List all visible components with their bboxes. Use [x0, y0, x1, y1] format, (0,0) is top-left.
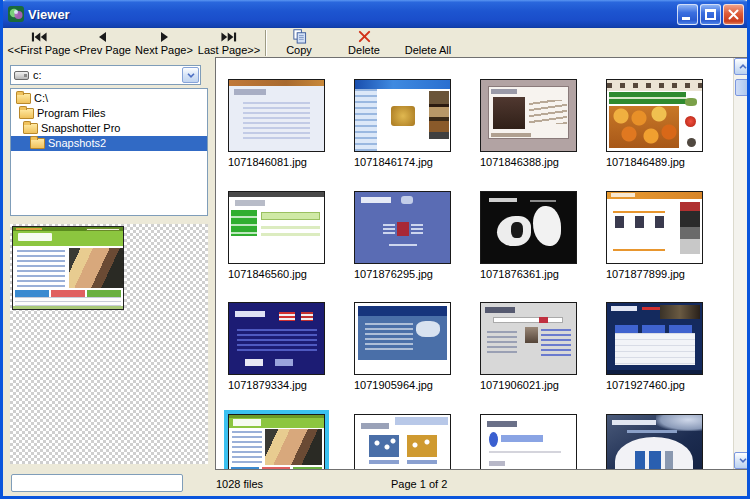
file-count: 1028 files [216, 478, 263, 490]
preview-image [12, 226, 124, 310]
prev-page-button[interactable]: <Prev Page [73, 29, 131, 57]
next-page-button[interactable]: Next Page> [133, 29, 195, 57]
thumbnail-cell: 1071905964.jpg [354, 302, 454, 391]
tree-item-c-drive[interactable]: C:\ [11, 91, 207, 106]
minimize-button[interactable] [677, 4, 698, 25]
thumbnail-cell: 1071846081.jpg [228, 79, 328, 168]
scroll-down-button[interactable] [734, 452, 750, 469]
thumbnail-image[interactable] [606, 302, 703, 375]
status-bar: 1028 files Page 1 of 2 [3, 470, 747, 496]
chevron-down-icon [187, 73, 195, 78]
vertical-scrollbar[interactable] [733, 58, 750, 469]
chevron-down-icon [739, 458, 747, 463]
thumbnail-image[interactable] [228, 191, 325, 264]
last-page-button[interactable]: Last Page>> [196, 29, 262, 57]
thumbnail-image[interactable] [480, 302, 577, 375]
thumbnail-image[interactable] [228, 79, 325, 152]
thumbnail-image[interactable] [606, 414, 703, 469]
thumbnail-image-selected[interactable] [228, 414, 325, 469]
thumbnail-image[interactable] [354, 79, 451, 152]
thumbnail-cell [228, 414, 328, 469]
thumbnail-image[interactable] [354, 302, 451, 375]
thumbnail-filename: 1071905964.jpg [354, 379, 454, 391]
thumbnail-filename: 1071906021.jpg [480, 379, 580, 391]
thumbnail-cell: 1071879334.jpg [228, 302, 328, 391]
status-textbox[interactable] [11, 474, 183, 492]
thumbnail-cell [606, 414, 706, 469]
thumbnail-filename: 1071846489.jpg [606, 156, 706, 168]
close-button[interactable] [723, 4, 744, 25]
thumbnail-filename: 1071846388.jpg [480, 156, 580, 168]
thumbnail-filename: 1071846560.jpg [228, 268, 328, 280]
thumbnail-image[interactable] [480, 191, 577, 264]
preview-pane [10, 224, 208, 464]
thumbnail-cell [480, 414, 580, 469]
folder-tree: C:\ Program Files Snapshotter Pro Snapsh… [10, 88, 208, 216]
app-icon [8, 6, 24, 22]
drive-selector[interactable]: c: [10, 65, 201, 85]
thumbnail-cell [354, 414, 454, 469]
open-folder-icon [30, 138, 45, 149]
tree-item-snapshots2[interactable]: Snapshots2 [11, 136, 207, 151]
close-icon [727, 8, 740, 21]
toolbar: <<First Page <Prev Page Next Page> Last … [3, 28, 747, 58]
drive-value: c: [33, 69, 42, 81]
viewer-window: Viewer <<First Page <Prev Page Next Page… [0, 0, 750, 499]
thumbnail-filename: 1071846081.jpg [228, 156, 328, 168]
thumbnail-filename: 1071877899.jpg [606, 268, 706, 280]
thumbnail-filename: 1071879334.jpg [228, 379, 328, 391]
folder-icon [19, 108, 34, 119]
thumbnail-filename: 1071927460.jpg [606, 379, 706, 391]
thumbnail-image[interactable] [354, 191, 451, 264]
chevron-up-icon [739, 64, 747, 69]
copy-icon [271, 29, 327, 44]
tree-item-program-files[interactable]: Program Files [11, 106, 207, 121]
toolbar-separator [265, 30, 267, 56]
delete-icon [335, 29, 393, 44]
thumbnail-image[interactable] [354, 414, 451, 469]
tree-item-snapshotter-pro[interactable]: Snapshotter Pro [11, 121, 207, 136]
maximize-button[interactable] [700, 4, 721, 25]
thumbnail-cell: 1071876295.jpg [354, 191, 454, 280]
window-title: Viewer [28, 7, 675, 22]
thumbnail-cell: 1071846174.jpg [354, 79, 454, 168]
last-page-icon [196, 29, 262, 44]
delete-button[interactable]: Delete [335, 29, 393, 57]
thumbnail-image[interactable] [606, 79, 703, 152]
thumbnail-filename: 1071876295.jpg [354, 268, 454, 280]
thumbnail-cell: 1071906021.jpg [480, 302, 580, 391]
prev-page-icon [73, 29, 131, 44]
thumbnail-cell: 1071846388.jpg [480, 79, 580, 168]
scroll-up-button[interactable] [734, 58, 750, 75]
thumbnail-panel: 1071846081.jpg 1071846174.jpg 1071846388… [215, 57, 750, 470]
thumbnail-filename: 1071876361.jpg [480, 268, 580, 280]
thumbnail-image[interactable] [228, 302, 325, 375]
thumbnail-cell: 1071927460.jpg [606, 302, 706, 391]
thumbnail-image[interactable] [606, 191, 703, 264]
thumbnail-image[interactable] [480, 79, 577, 152]
next-page-icon [133, 29, 195, 44]
thumbnail-cell: 1071846560.jpg [228, 191, 328, 280]
thumbnail-cell: 1071846489.jpg [606, 79, 706, 168]
drive-dropdown-button[interactable] [182, 67, 199, 83]
drive-icon [14, 71, 29, 80]
folder-icon [16, 93, 31, 104]
thumbnail-cell: 1071877899.jpg [606, 191, 706, 280]
page-indicator: Page 1 of 2 [391, 478, 447, 490]
delete-all-button[interactable]: Delete All [397, 29, 459, 57]
title-bar: Viewer [0, 0, 750, 28]
thumbnail-cell: 1071876361.jpg [480, 191, 580, 280]
thumbnail-image[interactable] [480, 414, 577, 469]
thumbnail-filename: 1071846174.jpg [354, 156, 454, 168]
first-page-icon [7, 29, 71, 44]
scrollbar-thumb[interactable] [735, 79, 750, 96]
folder-icon [23, 123, 38, 134]
thumbnail-grid: 1071846081.jpg 1071846174.jpg 1071846388… [216, 58, 733, 469]
copy-button[interactable]: Copy [271, 29, 327, 57]
first-page-button[interactable]: <<First Page [7, 29, 71, 57]
